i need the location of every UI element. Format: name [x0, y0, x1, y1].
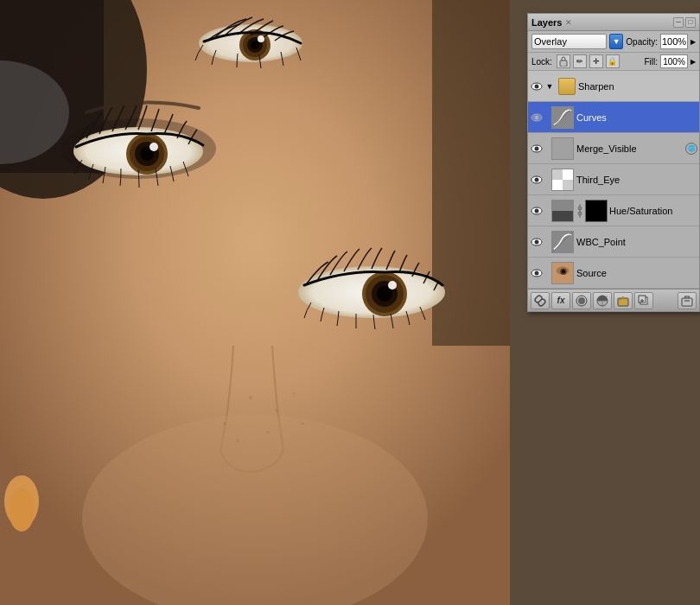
layer-row[interactable]: Hue/Saturation — [528, 195, 699, 226]
layer-thumbnail — [551, 169, 574, 191]
opacity-label: Opacity: — [626, 37, 658, 47]
svg-line-68 — [538, 299, 542, 302]
layer-thumbnail — [551, 200, 574, 222]
layer-row[interactable]: Curves — [528, 102, 699, 133]
new-group-button[interactable] — [614, 292, 633, 309]
svg-point-42 — [535, 146, 539, 150]
svg-rect-48 — [563, 169, 573, 180]
blend-mode-select[interactable]: Overlay — [531, 34, 607, 49]
svg-point-27 — [293, 392, 296, 395]
fill-value[interactable]: 100% — [660, 54, 688, 68]
layer-name: Source — [576, 268, 697, 278]
layer-thumbnail — [551, 262, 574, 284]
svg-point-24 — [249, 396, 252, 399]
svg-rect-44 — [552, 138, 573, 159]
panel-toolbar: fx — [528, 289, 699, 311]
svg-rect-49 — [552, 180, 563, 190]
lock-row: Lock: ✏ ✛ 🔒 Fill: 100% ▶ — [528, 53, 699, 71]
blend-mode-value: Overlay — [534, 36, 567, 47]
delete-layer-button[interactable] — [678, 292, 697, 309]
visibility-toggle[interactable] — [530, 111, 544, 124]
lock-all-btn[interactable]: 🔒 — [606, 54, 620, 68]
layer-name: Curves — [576, 112, 697, 123]
visibility-toggle[interactable] — [530, 173, 544, 187]
layer-name: Merge_Visible — [576, 143, 684, 154]
layer-row[interactable]: Third_Eye — [528, 164, 699, 195]
mask-link-icon — [576, 204, 583, 218]
svg-point-28 — [267, 431, 270, 434]
svg-point-63 — [535, 271, 539, 275]
panel-title: Layers — [531, 17, 562, 28]
layer-row[interactable]: Source — [528, 258, 699, 289]
svg-rect-53 — [552, 201, 573, 211]
svg-point-29 — [236, 439, 239, 443]
svg-rect-78 — [682, 298, 692, 306]
group-folder-icon — [558, 78, 576, 95]
add-fx-button[interactable]: fx — [551, 292, 570, 309]
layer-thumbnail — [551, 137, 574, 160]
svg-point-16 — [258, 35, 264, 42]
svg-point-52 — [535, 208, 539, 213]
svg-point-38 — [535, 115, 539, 119]
visibility-toggle[interactable] — [530, 142, 544, 156]
fill-stepper[interactable]: ▶ — [690, 58, 696, 66]
opacity-stepper[interactable]: ▶ — [690, 38, 696, 46]
visibility-toggle[interactable] — [530, 204, 544, 218]
blend-mode-arrow[interactable]: ▼ — [609, 34, 623, 49]
svg-point-25 — [276, 410, 278, 412]
layers-panel: Layers ✕ ─ □ Overlay ▼ Opacity: 100% ▶ L… — [527, 13, 700, 312]
svg-point-15 — [251, 41, 259, 49]
lock-transparency-btn[interactable] — [557, 54, 570, 68]
svg-point-32 — [9, 488, 35, 532]
svg-rect-47 — [552, 169, 563, 180]
layer-name: Hue/Saturation — [609, 206, 697, 216]
visibility-toggle[interactable] — [530, 235, 544, 249]
layer-row[interactable]: WBC_Point — [528, 226, 699, 258]
layer-thumbnail — [551, 231, 574, 253]
visibility-toggle[interactable] — [530, 80, 544, 93]
fill-label: Fill: — [644, 57, 658, 67]
svg-rect-54 — [552, 211, 573, 221]
add-adjustment-button[interactable] — [593, 292, 612, 309]
opacity-value[interactable]: 100% — [660, 34, 688, 49]
panel-controls: ─ □ — [673, 17, 696, 28]
layer-row[interactable]: Merge_Visible 🌐 — [528, 133, 699, 164]
svg-rect-34 — [560, 60, 567, 67]
new-layer-button[interactable] — [634, 292, 653, 309]
visibility-toggle[interactable] — [530, 266, 544, 280]
lock-image-btn[interactable]: ✏ — [573, 54, 587, 68]
svg-point-10 — [150, 143, 158, 151]
svg-point-26 — [223, 422, 226, 425]
layers-list: ▼ Sharpen Curves — [528, 71, 699, 289]
svg-rect-50 — [563, 180, 573, 190]
lock-position-btn[interactable]: ✛ — [589, 54, 603, 68]
svg-point-36 — [535, 84, 539, 88]
group-expand-arrow[interactable]: ▼ — [544, 80, 556, 93]
layer-mask-thumbnail — [585, 200, 608, 222]
maximize-button[interactable]: □ — [685, 17, 696, 28]
globe-icon: 🌐 — [685, 143, 697, 155]
svg-point-70 — [578, 297, 585, 304]
panel-title-area: Layers ✕ — [531, 17, 572, 28]
canvas-image — [0, 0, 510, 605]
svg-point-46 — [535, 177, 539, 182]
layer-name: Third_Eye — [576, 175, 697, 185]
layer-name: WBC_Point — [576, 237, 697, 247]
svg-point-59 — [535, 239, 539, 244]
layer-name: Sharpen — [578, 81, 697, 92]
blend-mode-row: Overlay ▼ Opacity: 100% ▶ — [528, 31, 699, 53]
add-mask-button[interactable] — [572, 292, 591, 309]
layer-thumbnail — [551, 106, 574, 129]
panel-header: Layers ✕ ─ □ — [528, 14, 699, 31]
layer-row[interactable]: ▼ Sharpen — [528, 71, 699, 102]
minimize-button[interactable]: ─ — [673, 17, 684, 28]
fx-label: fx — [557, 296, 565, 305]
svg-point-22 — [388, 281, 397, 290]
lock-label: Lock: — [531, 57, 552, 67]
svg-point-67 — [562, 270, 565, 273]
link-layers-button[interactable] — [531, 292, 550, 309]
svg-point-30 — [302, 423, 304, 425]
panel-tab-indicator: ✕ — [565, 18, 572, 27]
